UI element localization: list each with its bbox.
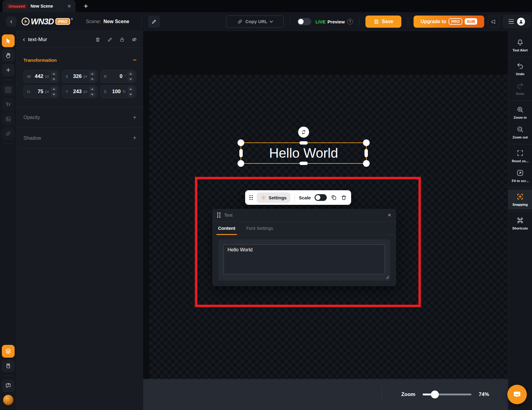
resize-handle-right[interactable] [365,149,368,157]
embed-tool[interactable] [2,127,15,140]
step-up-button[interactable] [128,72,134,76]
resize-handle-bottom[interactable] [300,162,308,165]
text-content-input[interactable]: Hello World [224,244,385,274]
shadow-section[interactable]: Shadow + [17,128,143,149]
zoom-slider-knob[interactable] [431,391,439,398]
add-tab-button[interactable]: + [80,0,92,12]
panel-back-button[interactable]: ‹ [23,36,25,43]
step-up-button[interactable] [89,87,95,91]
x-field[interactable]: X 326 px [62,70,98,83]
shape-tool[interactable] [2,83,15,96]
expand-shadow-button[interactable]: + [133,135,136,142]
back-button[interactable]: ‹ [6,16,16,27]
toolbar-drag-handle[interactable] [249,195,253,200]
zoom-slider[interactable] [423,394,471,395]
upgrade-button[interactable]: Upgrade to PRO SUB [414,16,484,28]
image-tool[interactable] [2,113,15,125]
tab-close-icon[interactable]: ✕ [67,3,72,9]
step-up-button[interactable] [128,87,134,91]
pan-tool[interactable] [2,49,15,62]
reset-zoom-button[interactable]: Reset zo... [508,146,532,166]
step-down-button[interactable] [51,92,57,97]
zoom-in-button[interactable]: Zoom in [508,103,532,122]
text-tool[interactable]: Tr [2,98,15,111]
support-chat-button[interactable] [507,385,527,404]
scale-field[interactable]: S 100 % [100,85,136,98]
logo-text: WN3D [31,17,54,26]
delete-layer-button[interactable] [95,37,100,42]
zoom-out-button[interactable]: Zoom out [508,122,532,142]
shortcuts-button[interactable]: Shortcuts [508,213,532,233]
step-up-button[interactable] [51,87,57,91]
field-value[interactable]: 75 [32,89,43,95]
field-value[interactable]: 442 [33,73,43,79]
field-value[interactable]: 243 [70,89,82,95]
help-icon[interactable]: ? [347,19,353,24]
opacity-section[interactable]: Opacity + [17,107,143,128]
text-settings-panel: Text ✕ Content Font Settings Hello World [212,209,396,286]
save-button[interactable]: Save [365,16,401,28]
panel-drag-handle[interactable] [217,212,220,218]
library-button[interactable] [2,359,15,372]
scene-tab[interactable]: Unsaved New Scene ✕ [2,0,76,12]
rotate-handle[interactable] [298,127,309,138]
live-preview-toggle[interactable] [297,18,311,25]
close-panel-icon[interactable]: ✕ [387,212,391,218]
own3d-coin-logo[interactable] [3,395,13,405]
undo-button[interactable]: Undo [508,59,532,79]
expand-opacity-button[interactable]: + [133,114,136,121]
rotation-field[interactable]: R 0 ° [100,70,136,83]
resize-handle-bottom-right[interactable] [363,160,370,167]
rename-layer-button[interactable] [107,37,113,42]
step-down-button[interactable] [89,92,95,97]
resize-handle-top-right[interactable] [363,139,370,146]
resize-handle-top-left[interactable] [238,139,244,146]
divider [3,376,13,376]
resize-handle-left[interactable] [239,149,243,157]
width-field[interactable]: W 442 px [23,70,59,83]
edit-scene-button[interactable] [148,16,160,28]
height-field[interactable]: H 75 px [23,85,59,98]
resize-handle-top[interactable] [300,141,308,145]
scale-toggle[interactable] [315,194,327,201]
own3d-logo[interactable]: WN3D PRO ® [21,17,73,26]
fit-to-screen-button[interactable]: Fit to scr... [508,166,532,186]
lock-layer-button[interactable] [119,37,125,42]
zoom-in-icon [516,106,524,114]
text-panel-title: Text [224,212,384,218]
step-down-button[interactable] [89,77,95,82]
step-down-button[interactable] [128,77,134,82]
selected-text-element[interactable]: Hello World [241,142,367,164]
duplicate-element-button[interactable] [331,194,337,201]
select-tool[interactable] [2,34,15,47]
account-menu[interactable] [503,15,530,28]
add-element-tool[interactable] [2,64,15,76]
element-settings-button[interactable]: Settings [257,192,291,203]
layers-panel-button[interactable] [2,345,15,358]
copy-url-button[interactable]: Copy URL [226,16,284,28]
canvas-text[interactable]: Hello World [269,145,338,161]
field-value[interactable]: 100 [108,89,121,95]
field-value[interactable]: 326 [70,73,82,79]
hide-layer-button[interactable] [132,37,137,42]
snapping-button[interactable]: Snapping [508,190,532,209]
step-down-button[interactable] [51,77,57,82]
resize-handle-bottom-left[interactable] [238,160,244,167]
tab-content[interactable]: Content [217,222,237,235]
save-label: Save [382,19,393,24]
announcements-button[interactable] [488,16,499,27]
collapse-section-button[interactable]: − [133,57,136,64]
y-field[interactable]: Y 243 px [62,85,98,98]
tab-font-settings[interactable]: Font Settings [245,222,275,235]
field-value[interactable]: 0 [108,73,122,79]
shadow-label: Shadow [23,135,41,141]
divider [290,17,290,26]
step-down-button[interactable] [128,92,134,97]
test-alert-button[interactable]: Test Alert [508,35,532,55]
support-button[interactable]: ? [2,379,15,392]
step-up-button[interactable] [89,72,95,76]
delete-element-button[interactable] [341,194,347,201]
step-up-button[interactable] [51,72,57,76]
unsaved-badge: Unsaved [6,3,27,9]
redo-button[interactable]: Redo [508,79,532,99]
